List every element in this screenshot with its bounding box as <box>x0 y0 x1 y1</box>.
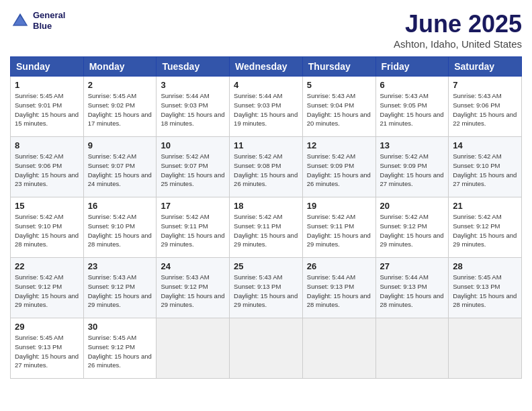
sunrise-text: Sunrise: 5:43 AM <box>88 273 136 281</box>
sunrise-text: Sunrise: 5:44 AM <box>380 273 429 281</box>
daylight-text: Daylight: 15 hours and 27 minutes. <box>380 171 444 188</box>
day-info: Sunrise: 5:45 AMSunset: 9:13 PMDaylight:… <box>15 333 79 370</box>
calendar-cell: 1Sunrise: 5:45 AMSunset: 9:01 PMDaylight… <box>11 77 84 137</box>
sunset-text: Sunset: 9:08 PM <box>234 162 281 169</box>
logo-text: General Blue <box>33 10 65 31</box>
day-info: Sunrise: 5:42 AMSunset: 9:12 PMDaylight:… <box>453 212 517 249</box>
sunset-text: Sunset: 9:13 PM <box>307 283 354 290</box>
daylight-text: Daylight: 15 hours and 21 minutes. <box>380 111 444 128</box>
daylight-text: Daylight: 15 hours and 28 minutes. <box>453 292 517 309</box>
day-number: 24 <box>161 261 225 271</box>
calendar-cell: 4Sunrise: 5:44 AMSunset: 9:03 PMDaylight… <box>230 77 303 137</box>
sunset-text: Sunset: 9:06 PM <box>15 162 62 169</box>
day-number: 19 <box>307 201 371 211</box>
day-info: Sunrise: 5:44 AMSunset: 9:13 PMDaylight:… <box>380 273 445 310</box>
day-number: 25 <box>234 261 298 271</box>
sunset-text: Sunset: 9:12 PM <box>15 283 62 290</box>
day-number: 15 <box>15 201 79 211</box>
calendar-cell: 6Sunrise: 5:43 AMSunset: 9:05 PMDaylight… <box>375 77 449 137</box>
day-number: 26 <box>307 261 371 271</box>
day-number: 23 <box>88 261 152 271</box>
calendar-cell: 12Sunrise: 5:42 AMSunset: 9:09 PMDayligh… <box>302 137 375 197</box>
day-number: 9 <box>88 140 152 150</box>
calendar-cell: 11Sunrise: 5:42 AMSunset: 9:08 PMDayligh… <box>230 137 303 197</box>
calendar-cell: 10Sunrise: 5:42 AMSunset: 9:07 PMDayligh… <box>157 137 230 197</box>
daylight-text: Daylight: 15 hours and 28 minutes. <box>307 292 371 309</box>
daylight-text: Daylight: 15 hours and 23 minutes. <box>15 171 79 188</box>
day-info: Sunrise: 5:42 AMSunset: 9:11 PMDaylight:… <box>234 212 298 249</box>
sunrise-text: Sunrise: 5:42 AM <box>15 152 63 160</box>
day-info: Sunrise: 5:42 AMSunset: 9:09 PMDaylight:… <box>307 152 371 189</box>
day-info: Sunrise: 5:42 AMSunset: 9:08 PMDaylight:… <box>234 152 298 189</box>
sunset-text: Sunset: 9:13 PM <box>15 343 62 351</box>
calendar-cell: 3Sunrise: 5:44 AMSunset: 9:03 PMDaylight… <box>157 77 230 137</box>
calendar-cell <box>157 318 230 379</box>
calendar-cell: 22Sunrise: 5:42 AMSunset: 9:12 PMDayligh… <box>11 258 84 318</box>
daylight-text: Daylight: 15 hours and 19 minutes. <box>234 111 298 128</box>
sunset-text: Sunset: 9:07 PM <box>88 162 135 169</box>
daylight-text: Daylight: 15 hours and 28 minutes. <box>88 232 152 248</box>
calendar-cell: 24Sunrise: 5:43 AMSunset: 9:12 PMDayligh… <box>157 258 230 318</box>
daylight-text: Daylight: 15 hours and 20 minutes. <box>307 111 371 128</box>
logo-icon <box>10 11 30 31</box>
daylight-text: Daylight: 15 hours and 26 minutes. <box>234 171 298 188</box>
calendar-body: 1Sunrise: 5:45 AMSunset: 9:01 PMDaylight… <box>11 77 522 379</box>
sunrise-text: Sunrise: 5:45 AM <box>88 92 136 99</box>
day-number: 7 <box>453 80 517 90</box>
sunset-text: Sunset: 9:12 PM <box>88 283 135 290</box>
daylight-text: Daylight: 15 hours and 27 minutes. <box>453 171 517 188</box>
calendar-week-row: 22Sunrise: 5:42 AMSunset: 9:12 PMDayligh… <box>11 258 522 318</box>
sunrise-text: Sunrise: 5:43 AM <box>234 273 282 281</box>
calendar-cell <box>375 318 449 379</box>
logo: General Blue <box>10 10 65 31</box>
calendar-cell: 29Sunrise: 5:45 AMSunset: 9:13 PMDayligh… <box>11 318 84 379</box>
day-number: 22 <box>15 261 79 271</box>
sunrise-text: Sunrise: 5:43 AM <box>307 92 355 99</box>
day-info: Sunrise: 5:45 AMSunset: 9:02 PMDaylight:… <box>88 91 152 128</box>
day-number: 21 <box>453 201 517 211</box>
day-info: Sunrise: 5:45 AMSunset: 9:12 PMDaylight:… <box>88 333 152 370</box>
daylight-text: Daylight: 15 hours and 24 minutes. <box>88 171 152 188</box>
sunrise-text: Sunrise: 5:45 AM <box>453 273 501 281</box>
daylight-text: Daylight: 15 hours and 29 minutes. <box>234 292 298 309</box>
daylight-text: Daylight: 15 hours and 29 minutes. <box>307 232 371 248</box>
sunset-text: Sunset: 9:10 PM <box>15 222 62 230</box>
sunrise-text: Sunrise: 5:42 AM <box>15 213 63 220</box>
daylight-text: Daylight: 15 hours and 27 minutes. <box>15 353 79 369</box>
sunrise-text: Sunrise: 5:42 AM <box>380 152 429 160</box>
sunrise-text: Sunrise: 5:42 AM <box>234 213 282 220</box>
sunset-text: Sunset: 9:02 PM <box>88 101 135 109</box>
calendar-cell: 28Sunrise: 5:45 AMSunset: 9:13 PMDayligh… <box>449 258 522 318</box>
daylight-text: Daylight: 15 hours and 18 minutes. <box>161 111 224 128</box>
sunset-text: Sunset: 9:12 PM <box>380 222 427 230</box>
day-number: 4 <box>234 80 298 90</box>
daylight-text: Daylight: 15 hours and 26 minutes. <box>307 171 371 188</box>
day-info: Sunrise: 5:42 AMSunset: 9:10 PMDaylight:… <box>88 212 152 249</box>
daylight-text: Daylight: 15 hours and 29 minutes. <box>161 232 224 248</box>
daylight-text: Daylight: 15 hours and 28 minutes. <box>380 292 444 309</box>
header-saturday: Saturday <box>449 57 522 77</box>
day-number: 30 <box>88 322 152 332</box>
calendar-cell: 2Sunrise: 5:45 AMSunset: 9:02 PMDaylight… <box>83 77 157 137</box>
day-info: Sunrise: 5:42 AMSunset: 9:11 PMDaylight:… <box>161 212 225 249</box>
calendar-cell: 25Sunrise: 5:43 AMSunset: 9:13 PMDayligh… <box>230 258 303 318</box>
sunrise-text: Sunrise: 5:45 AM <box>15 334 63 341</box>
sunset-text: Sunset: 9:12 PM <box>453 222 500 230</box>
calendar-cell <box>449 318 522 379</box>
day-number: 27 <box>380 261 445 271</box>
logo-line1: General <box>33 10 65 21</box>
calendar-cell: 19Sunrise: 5:42 AMSunset: 9:11 PMDayligh… <box>302 197 375 258</box>
day-info: Sunrise: 5:42 AMSunset: 9:10 PMDaylight:… <box>453 152 517 189</box>
sunrise-text: Sunrise: 5:42 AM <box>380 213 429 220</box>
header-thursday: Thursday <box>302 57 375 77</box>
day-number: 18 <box>234 201 298 211</box>
calendar-week-row: 15Sunrise: 5:42 AMSunset: 9:10 PMDayligh… <box>11 197 522 258</box>
sunset-text: Sunset: 9:12 PM <box>88 343 135 351</box>
weekday-header-row: Sunday Monday Tuesday Wednesday Thursday… <box>11 57 522 77</box>
sunrise-text: Sunrise: 5:42 AM <box>88 213 136 220</box>
calendar-cell: 26Sunrise: 5:44 AMSunset: 9:13 PMDayligh… <box>302 258 375 318</box>
sunset-text: Sunset: 9:03 PM <box>161 101 208 109</box>
month-title: June 2025 <box>394 10 522 38</box>
sunset-text: Sunset: 9:11 PM <box>234 222 281 230</box>
daylight-text: Daylight: 15 hours and 22 minutes. <box>453 111 517 128</box>
